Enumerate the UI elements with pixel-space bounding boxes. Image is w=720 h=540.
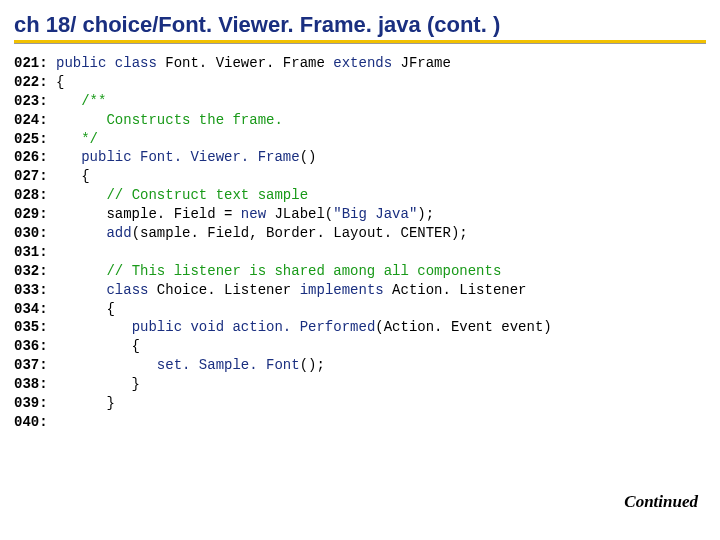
code-token [48,187,107,203]
code-token: Font. Viewer. Frame [140,149,300,165]
code-token [48,93,82,109]
code-line: 026: public Font. Viewer. Frame() [14,148,706,167]
code-token: () [300,149,317,165]
code-token: public [81,149,131,165]
continued-label: Continued [624,492,698,512]
code-token: Font. Viewer. Frame [157,55,333,71]
code-token: add [106,225,131,241]
code-token: action. Performed [232,319,375,335]
code-token [48,282,107,298]
title-rule [14,40,706,44]
code-line: 038: } [14,375,706,394]
code-line: 027: { [14,167,706,186]
code-line: 034: { [14,300,706,319]
code-token: Choice. Listener [148,282,299,298]
code-token: // Construct text sample [106,187,308,203]
line-number: 023: [14,93,48,109]
line-number: 040: [14,414,48,430]
code-line: 021: public class Font. Viewer. Frame ex… [14,54,706,73]
line-number: 037: [14,357,48,373]
line-number: 033: [14,282,48,298]
code-token [48,112,107,128]
code-token: JFrame [392,55,451,71]
line-number: 036: [14,338,48,354]
line-number: 031: [14,244,48,260]
code-token: { [48,338,140,354]
code-line: 029: sample. Field = new JLabel("Big Jav… [14,205,706,224]
code-line: 025: */ [14,130,706,149]
code-line: 022: { [14,73,706,92]
code-line: 028: // Construct text sample [14,186,706,205]
line-number: 035: [14,319,48,335]
line-number: 034: [14,301,48,317]
line-number: 025: [14,131,48,147]
code-token [48,131,82,147]
code-token [48,225,107,241]
code-token [48,357,157,373]
code-token: class [106,282,148,298]
code-token: { [48,168,90,184]
code-token [48,414,56,430]
code-token: (); [300,357,325,373]
code-token: ); [417,206,434,222]
code-token: new [241,206,266,222]
code-line: 035: public void action. Performed(Actio… [14,318,706,337]
code-token: public class [56,55,157,71]
line-number: 029: [14,206,48,222]
line-number: 021: [14,55,48,71]
code-token [48,319,132,335]
code-line: 024: Constructs the frame. [14,111,706,130]
code-token: "Big Java" [333,206,417,222]
code-line: 032: // This listener is shared among al… [14,262,706,281]
line-number: 022: [14,74,48,90]
line-number: 030: [14,225,48,241]
code-token [48,263,107,279]
line-number: 026: [14,149,48,165]
page-title: ch 18/ choice/Font. Viewer. Frame. java … [14,12,706,38]
line-number: 032: [14,263,48,279]
code-token: public void [132,319,224,335]
code-token: Constructs the frame. [106,112,282,128]
code-token: extends [333,55,392,71]
code-token [48,244,56,260]
code-token [132,149,140,165]
code-token: set. Sample. Font [157,357,300,373]
code-token: } [48,376,140,392]
line-number: 024: [14,112,48,128]
code-line: 033: class Choice. Listener implements A… [14,281,706,300]
code-token [48,149,82,165]
line-number: 027: [14,168,48,184]
code-line: 031: [14,243,706,262]
code-token: implements [300,282,384,298]
code-token: /** [81,93,106,109]
code-token: { [48,301,115,317]
code-token: (Action. Event event) [375,319,551,335]
code-token: JLabel( [266,206,333,222]
code-token [48,55,56,71]
code-token: // This listener is shared among all com… [106,263,501,279]
code-line: 040: [14,413,706,432]
code-token: } [48,395,115,411]
code-token: */ [81,131,98,147]
code-block: 021: public class Font. Viewer. Frame ex… [14,54,706,432]
code-line: 036: { [14,337,706,356]
code-token: sample. Field = [48,206,241,222]
code-token: { [48,74,65,90]
code-token: (sample. Field, Border. Layout. CENTER); [132,225,468,241]
code-line: 030: add(sample. Field, Border. Layout. … [14,224,706,243]
code-token: Action. Listener [384,282,527,298]
line-number: 028: [14,187,48,203]
code-line: 037: set. Sample. Font(); [14,356,706,375]
line-number: 038: [14,376,48,392]
code-line: 023: /** [14,92,706,111]
code-line: 039: } [14,394,706,413]
line-number: 039: [14,395,48,411]
